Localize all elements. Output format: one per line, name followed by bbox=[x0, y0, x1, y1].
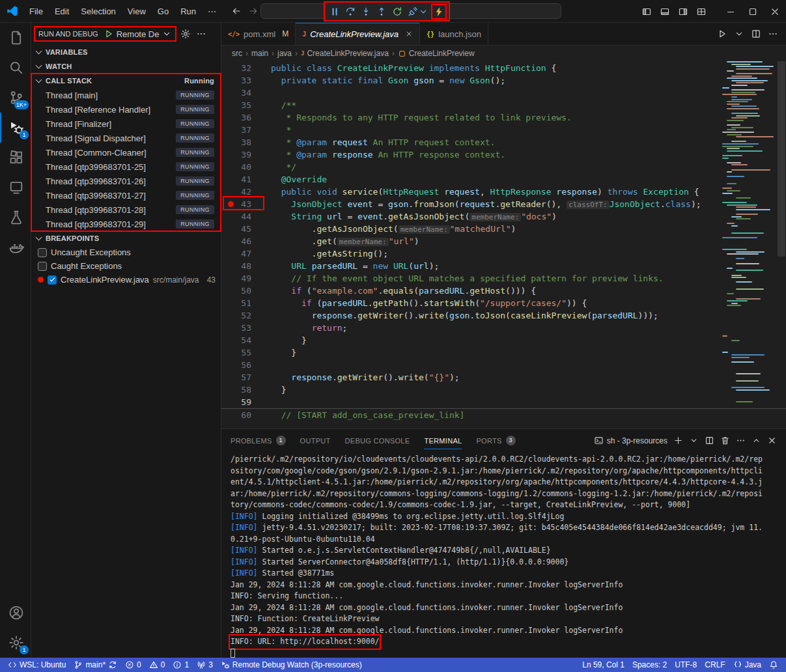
line-number-gutter[interactable]: 42 bbox=[221, 186, 262, 198]
line-number-gutter[interactable]: 53 bbox=[221, 322, 262, 334]
watch-header[interactable]: WATCH bbox=[31, 59, 221, 74]
line-number-gutter[interactable]: 39 bbox=[221, 148, 262, 161]
code-line-36[interactable]: 36 * Responds to any HTTP request relate… bbox=[221, 111, 786, 124]
breakpoint-item[interactable]: Caught Exceptions bbox=[31, 259, 221, 273]
line-number-gutter[interactable]: 47 bbox=[221, 247, 262, 260]
kill-terminal-icon[interactable] bbox=[720, 436, 730, 445]
start-debug-icon[interactable] bbox=[104, 29, 114, 39]
panel-more-actions-icon[interactable] bbox=[736, 436, 746, 445]
activity-item-accounts[interactable] bbox=[0, 598, 31, 628]
line-number-gutter[interactable]: 48 bbox=[221, 260, 262, 272]
line-number-gutter[interactable]: 32 bbox=[221, 62, 262, 74]
line-number-gutter[interactable]: 52 bbox=[221, 309, 262, 322]
callstack-thread[interactable]: Thread [qtp399683701-27]RUNNING bbox=[31, 188, 221, 203]
code-line-40[interactable]: 40 */ bbox=[221, 161, 786, 173]
line-number-gutter[interactable]: 44 bbox=[221, 210, 262, 223]
line-number-gutter[interactable]: 55 bbox=[221, 346, 262, 359]
debug-session-indicator[interactable]: Remote Debug Watch (3p-resources) bbox=[217, 658, 366, 672]
branch-indicator[interactable]: main* bbox=[70, 658, 121, 672]
line-number-gutter[interactable]: 60 bbox=[221, 409, 262, 421]
breakpoint-item[interactable]: CreateLinkPreview.javasrc/main/java43 bbox=[31, 273, 221, 287]
code-line-57[interactable]: 57 response.getWriter().write("{}"); bbox=[221, 371, 786, 384]
panel-tab-output[interactable]: OUTPUT bbox=[300, 429, 331, 452]
minimize-icon[interactable] bbox=[720, 0, 742, 23]
notifications[interactable] bbox=[765, 658, 782, 672]
step-over-button[interactable] bbox=[344, 6, 356, 18]
callstack-thread[interactable]: Thread [qtp399683701-28]RUNNING bbox=[31, 203, 221, 217]
back-arrow-icon[interactable] bbox=[231, 6, 242, 16]
breadcrumb-item[interactable]: java bbox=[277, 49, 292, 58]
code-line-56[interactable]: 56 bbox=[221, 359, 786, 371]
code-line-46[interactable]: 46 .get(memberName:"url") bbox=[221, 235, 786, 247]
line-number-gutter[interactable]: 35 bbox=[221, 99, 262, 111]
close-panel-icon[interactable] bbox=[767, 436, 777, 445]
line-number-gutter[interactable]: 59 bbox=[221, 396, 262, 408]
step-into-button[interactable] bbox=[360, 6, 372, 18]
run-options-chevron-icon[interactable] bbox=[734, 29, 744, 39]
code-line-41[interactable]: 41 @Override bbox=[221, 173, 786, 186]
code-line-43[interactable]: 43 JsonObject event = gson.fromJson(requ… bbox=[221, 198, 786, 210]
maximize-panel-icon[interactable] bbox=[751, 436, 761, 445]
callstack-thread[interactable]: Thread [qtp399683701-25]RUNNING bbox=[31, 160, 221, 174]
toggle-panel-icon[interactable] bbox=[656, 0, 674, 23]
line-number-gutter[interactable]: 50 bbox=[221, 285, 262, 297]
customize-layout-icon[interactable] bbox=[692, 0, 710, 23]
pause-button[interactable] bbox=[329, 6, 341, 18]
infos-indicator[interactable]: 1 bbox=[169, 658, 193, 672]
editor-tab-launch.json[interactable]: {}launch.json bbox=[420, 23, 488, 45]
menu-more[interactable]: ⋯ bbox=[202, 0, 222, 23]
panel-tab-debug-console[interactable]: DEBUG CONSOLE bbox=[345, 429, 410, 452]
line-number-gutter[interactable]: 58 bbox=[221, 384, 262, 396]
activity-item-remote-explorer[interactable] bbox=[0, 173, 31, 203]
forward-arrow-icon[interactable] bbox=[248, 6, 259, 16]
panel-tab-ports[interactable]: PORTS3 bbox=[476, 429, 515, 452]
errors-indicator[interactable]: 0 bbox=[121, 658, 145, 672]
code-line-33[interactable]: 33 private static final Gson gson = new … bbox=[221, 74, 786, 87]
callstack-thread[interactable]: Thread [Finalizer]RUNNING bbox=[31, 117, 221, 131]
editor-tab-pom.xml[interactable]: </>pom.xmlM bbox=[221, 23, 296, 45]
maximize-icon[interactable] bbox=[742, 0, 764, 23]
activity-item-run-and-debug[interactable]: 1 bbox=[0, 113, 31, 143]
callstack-thread[interactable]: Thread [Signal Dispatcher]RUNNING bbox=[31, 131, 221, 145]
line-number-gutter[interactable]: 51 bbox=[221, 297, 262, 309]
code-line-34[interactable]: 34 bbox=[221, 87, 786, 99]
breakpoints-header[interactable]: BREAKPOINTS bbox=[31, 231, 221, 245]
new-terminal-icon[interactable] bbox=[673, 436, 683, 445]
menu-edit[interactable]: Edit bbox=[49, 0, 75, 23]
minimap[interactable] bbox=[721, 61, 777, 428]
call-stack-header[interactable]: CALL STACK Running bbox=[31, 74, 221, 88]
callstack-thread[interactable]: Thread [qtp399683701-29]RUNNING bbox=[31, 217, 221, 231]
code-line-32[interactable]: 32public class CreateLinkPreview impleme… bbox=[221, 62, 786, 74]
callstack-thread[interactable]: Thread [main]RUNNING bbox=[31, 88, 221, 102]
close-window-icon[interactable] bbox=[764, 0, 786, 23]
breadcrumb-item[interactable]: src bbox=[232, 49, 242, 58]
code-line-54[interactable]: 54 } bbox=[221, 334, 786, 346]
line-number-gutter[interactable]: 54 bbox=[221, 334, 262, 346]
activity-item-docker[interactable] bbox=[0, 232, 31, 262]
code-line-47[interactable]: 47 .getAsString(); bbox=[221, 247, 786, 260]
code-editor[interactable]: 32public class CreateLinkPreview impleme… bbox=[221, 61, 786, 428]
code-line-59[interactable]: 59 bbox=[221, 396, 786, 408]
line-number-gutter[interactable]: 49 bbox=[221, 272, 262, 285]
code-line-50[interactable]: 50 if ("example.com".equals(parsedURL.ge… bbox=[221, 285, 786, 297]
step-out-button[interactable] bbox=[376, 6, 387, 18]
menu-selection[interactable]: Selection bbox=[75, 0, 121, 23]
panel-tab-problems[interactable]: PROBLEMS1 bbox=[231, 429, 286, 452]
line-number-gutter[interactable]: 34 bbox=[221, 87, 262, 99]
split-terminal-icon[interactable] bbox=[705, 436, 714, 445]
breakpoint-checkbox[interactable] bbox=[38, 262, 47, 271]
callstack-thread[interactable]: Thread [Common-Cleaner]RUNNING bbox=[31, 145, 221, 160]
callstack-thread[interactable]: Thread [Reference Handler]RUNNING bbox=[31, 102, 221, 117]
code-line-53[interactable]: 53 return; bbox=[221, 322, 786, 334]
line-number-gutter[interactable]: 56 bbox=[221, 359, 262, 371]
encoding[interactable]: UTF-8 bbox=[671, 658, 701, 672]
line-number-gutter[interactable]: 36 bbox=[221, 111, 262, 124]
code-line-42[interactable]: 42 public void service(HttpRequest reque… bbox=[221, 186, 786, 198]
activity-item-search[interactable] bbox=[0, 53, 31, 83]
activity-item-testing[interactable] bbox=[0, 203, 31, 232]
code-line-37[interactable]: 37 * bbox=[221, 124, 786, 136]
views-more-icon[interactable] bbox=[196, 29, 206, 39]
panel-tab-terminal[interactable]: TERMINAL bbox=[424, 429, 462, 452]
ports-indicator[interactable]: 3 bbox=[193, 658, 217, 672]
editor-scrollbar[interactable] bbox=[777, 61, 786, 428]
